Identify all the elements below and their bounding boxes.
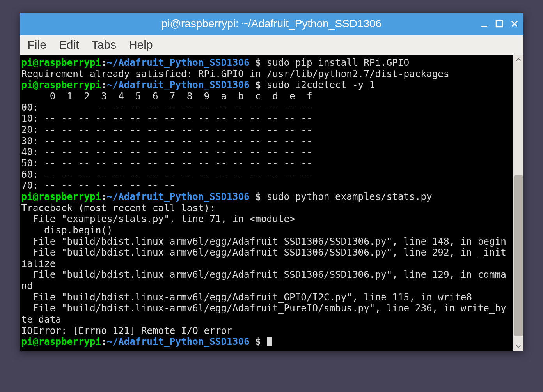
terminal-wrapper: pi@raspberrypi:~/Adafruit_Python_SSD1306…	[20, 55, 523, 351]
scroll-down-icon[interactable]	[513, 342, 523, 351]
i2c-row: 70: -- -- -- -- -- -- -- --	[21, 180, 318, 191]
scroll-thumb[interactable]	[514, 175, 523, 336]
traceback-line: File "build/bdist.linux-armv6l/egg/Adafr…	[21, 269, 506, 291]
prompt-path: ~/Adafruit_Python_SSD1306	[107, 191, 250, 202]
command-2: sudo i2cdetect -y 1	[267, 79, 375, 90]
cursor	[267, 337, 272, 346]
close-icon[interactable]	[510, 19, 519, 28]
command-3: sudo python examples/stats.py	[267, 191, 432, 202]
terminal-window: pi@raspberrypi: ~/Adafruit_Python_SSD130…	[20, 13, 523, 351]
svg-rect-0	[481, 26, 487, 27]
prompt-dollar: $	[250, 79, 267, 90]
maximize-icon[interactable]	[495, 20, 503, 28]
menu-help[interactable]: Help	[124, 37, 158, 53]
menu-tabs[interactable]: Tabs	[87, 37, 121, 53]
scroll-up-icon[interactable]	[513, 55, 523, 64]
prompt-dollar: $	[250, 336, 267, 347]
prompt-user: pi@raspberrypi	[21, 336, 101, 347]
titlebar[interactable]: pi@raspberrypi: ~/Adafruit_Python_SSD130…	[20, 13, 523, 35]
prompt-user: pi@raspberrypi	[21, 191, 101, 202]
prompt-path: ~/Adafruit_Python_SSD1306	[107, 57, 250, 68]
traceback-line: IOError: [Errno 121] Remote I/O error	[21, 325, 232, 336]
i2c-row: 10: -- -- -- -- -- -- -- -- -- -- -- -- …	[21, 113, 318, 124]
window-controls	[480, 13, 519, 35]
traceback-line: File "examples/stats.py", line 71, in <m…	[21, 213, 295, 224]
prompt-dollar: $	[250, 191, 267, 202]
i2c-row: 30: -- -- -- -- -- -- -- -- -- -- -- -- …	[21, 135, 318, 147]
prompt-path: ~/Adafruit_Python_SSD1306	[107, 79, 250, 90]
terminal[interactable]: pi@raspberrypi:~/Adafruit_Python_SSD1306…	[20, 55, 513, 351]
prompt-colon: :	[101, 336, 107, 347]
scroll-track[interactable]	[513, 64, 523, 342]
prompt-colon: :	[101, 57, 107, 68]
window-title: pi@raspberrypi: ~/Adafruit_Python_SSD130…	[161, 18, 382, 30]
prompt-user: pi@raspberrypi	[21, 79, 101, 90]
traceback-line: File "build/bdist.linux-armv6l/egg/Adafr…	[21, 302, 506, 325]
prompt-colon: :	[101, 191, 107, 202]
svg-rect-1	[496, 21, 502, 27]
traceback-line: Traceback (most recent call last):	[21, 202, 215, 214]
i2c-row: 40: -- -- -- -- -- -- -- -- -- -- -- -- …	[21, 146, 318, 157]
traceback-line: File "build/bdist.linux-armv6l/egg/Adafr…	[21, 291, 472, 303]
scrollbar[interactable]	[513, 55, 523, 351]
minimize-icon[interactable]	[480, 19, 488, 28]
menubar: File Edit Tabs Help	[20, 35, 523, 55]
prompt-colon: :	[101, 79, 107, 90]
prompt-user: pi@raspberrypi	[21, 57, 101, 68]
traceback-line: File "build/bdist.linux-armv6l/egg/Adafr…	[21, 247, 506, 269]
i2c-row: 60: -- -- -- -- -- -- -- -- -- -- -- -- …	[21, 169, 318, 180]
command-1: sudo pip install RPi.GPIO	[267, 57, 410, 68]
traceback-line: disp.begin()	[21, 224, 113, 236]
i2c-header: 0 1 2 3 4 5 6 7 8 9 a b c d e f	[21, 90, 312, 102]
traceback-line: File "build/bdist.linux-armv6l/egg/Adafr…	[21, 236, 506, 247]
prompt-path: ~/Adafruit_Python_SSD1306	[107, 336, 250, 347]
menu-file[interactable]: File	[23, 37, 51, 53]
output-line: Requirement already satisfied: RPi.GPIO …	[21, 68, 449, 79]
i2c-row: 50: -- -- -- -- -- -- -- -- -- -- -- -- …	[21, 157, 318, 169]
menu-edit[interactable]: Edit	[54, 37, 84, 53]
prompt-dollar: $	[250, 57, 267, 68]
i2c-row: 00: -- -- -- -- -- -- -- -- -- -- -- -- …	[21, 102, 318, 113]
i2c-row: 20: -- -- -- -- -- -- -- -- -- -- -- -- …	[21, 124, 318, 135]
